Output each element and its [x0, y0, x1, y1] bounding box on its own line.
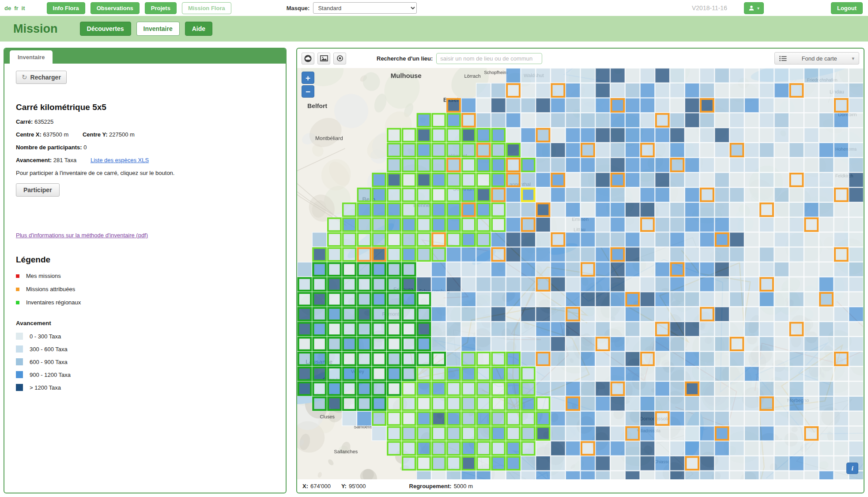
masque-group: Masque: Standard	[287, 2, 417, 14]
cloud-layer-button[interactable]	[302, 53, 314, 64]
progress-class-row: 600 - 900 Taxa	[16, 358, 274, 365]
participate-button[interactable]: Participer	[16, 183, 60, 197]
progress-swatch-2	[16, 345, 23, 353]
inventory-panel-header: Inventaire	[4, 49, 286, 64]
user-icon	[748, 5, 755, 11]
nav-projets-button[interactable]: Projets	[145, 2, 177, 14]
participants-value: 0	[83, 144, 87, 151]
reload-label: Recharger	[30, 74, 61, 81]
aerial-imagery-button[interactable]	[317, 53, 330, 64]
map-status-bar: X: 674'000 Y: 95'000 Regroupement: 5000 …	[297, 479, 864, 493]
legend-swatch-orange	[16, 288, 19, 291]
progress-value: 281 Taxa	[53, 157, 77, 163]
legend-item-my-missions: Mes missions	[16, 273, 274, 279]
locate-button[interactable]	[333, 53, 346, 64]
zoom-in-button[interactable]: +	[302, 72, 314, 84]
legend-item-assigned-missions: Missions attribuées	[16, 286, 274, 292]
inventory-panel: Inventaire ↻ Recharger Carré kilométriqu…	[4, 48, 287, 493]
map-view[interactable]: + − i	[297, 68, 864, 479]
status-regroup-label: Regroupement:	[409, 483, 452, 489]
square-id-label: Carré:	[16, 118, 33, 125]
progress-class-row: 900 - 1200 Taxa	[16, 371, 274, 378]
status-regroup-value: 5000 m	[454, 483, 473, 489]
lang-de[interactable]: de	[4, 5, 11, 11]
square-id-value: 635225	[34, 118, 53, 125]
place-search-input[interactable]	[436, 53, 542, 64]
reload-button[interactable]: ↻ Recharger	[16, 71, 67, 84]
inventory-panel-body: ↻ Recharger Carré kilométrique 5x5 Carré…	[4, 64, 286, 404]
reload-icon: ↻	[22, 73, 27, 81]
nav-observations-button[interactable]: Observations	[91, 2, 140, 14]
topbar: de fr it Info Flora Observations Projets…	[0, 0, 868, 16]
inventory-panel-tab[interactable]: Inventaire	[10, 50, 53, 64]
zoom-out-button[interactable]: −	[302, 85, 314, 98]
nav-mission-flora-button[interactable]: Mission Flora	[182, 2, 231, 14]
layers-list-icon	[779, 56, 787, 61]
version-label: V2018-11-16	[692, 4, 727, 11]
progress-legend-title: Avancement	[16, 320, 274, 326]
mission-bar: Mission Découvertes Inventaire Aide	[0, 16, 868, 42]
progress-class-label: > 1200 Taxa	[30, 384, 61, 391]
progress-class-label: 0 - 300 Taxa	[30, 333, 61, 340]
center-x-label: Centre X:	[16, 131, 42, 138]
map-zoom-control: + −	[302, 72, 314, 98]
center-y-label: Centre Y:	[83, 131, 108, 138]
map-toolbar: Recherche d'un lieu: Fond de carte ▾	[297, 49, 864, 68]
map-canvas[interactable]	[297, 68, 864, 479]
progress-class-label: 900 - 1200 Taxa	[30, 372, 71, 378]
square-id-row: Carré: 635225	[16, 118, 274, 125]
map-info-button[interactable]: i	[846, 463, 858, 474]
nav-info-flora-button[interactable]: Info Flora	[47, 2, 85, 14]
tab-aide[interactable]: Aide	[185, 22, 212, 36]
legend-label: Inventaires régionaux	[26, 299, 81, 306]
target-icon	[336, 55, 343, 62]
participants-row: Nombre de participants: 0	[16, 144, 274, 151]
cloud-icon	[304, 55, 312, 62]
status-y-label: Y:	[341, 483, 347, 489]
legend-swatch-red	[16, 274, 19, 278]
center-coords-row: Centre X: 637500 m Centre Y: 227500 m	[16, 131, 274, 138]
progress-class-row: 0 - 300 Taxa	[16, 333, 274, 340]
chevron-down-icon: ▾	[852, 56, 854, 61]
progress-class-label: 300 - 600 Taxa	[30, 346, 68, 353]
participate-hint: Pour participer à l'inventaire de ce car…	[16, 170, 274, 176]
progress-row: Avancement: 281 Taxa Liste des espèces X…	[16, 157, 274, 163]
image-icon	[320, 55, 328, 61]
tab-inventaire[interactable]: Inventaire	[136, 22, 180, 36]
user-menu-button[interactable]: ▾	[744, 2, 764, 14]
basemap-selector-button[interactable]: Fond de carte ▾	[774, 52, 859, 64]
place-search-label: Recherche d'un lieu:	[377, 55, 433, 62]
progress-class-label: 600 - 900 Taxa	[30, 359, 68, 365]
legend-label: Missions attribuées	[26, 286, 75, 292]
center-y-value: 227500 m	[109, 131, 135, 138]
progress-swatch-3	[16, 358, 23, 365]
chevron-down-icon: ▾	[757, 6, 759, 11]
legend-label: Mes missions	[26, 273, 61, 279]
masque-label: Masque:	[287, 5, 310, 11]
square-title: Carré kilométrique 5x5	[16, 102, 274, 112]
basemap-label: Fond de carte	[787, 55, 852, 62]
content: Inventaire ↻ Recharger Carré kilométriqu…	[0, 42, 868, 497]
legend-title: Légende	[16, 255, 274, 265]
masque-select[interactable]: Standard	[313, 2, 417, 14]
method-pdf-link[interactable]: Plus d'informations sur la méthode d'inv…	[16, 232, 148, 239]
center-x-value: 637500 m	[43, 131, 68, 138]
logout-button[interactable]: Logout	[831, 2, 863, 14]
progress-swatch-4	[16, 371, 23, 378]
status-x-value: 674'000	[310, 483, 331, 489]
lang-fr[interactable]: fr	[14, 5, 18, 11]
status-y-value: 95'000	[349, 483, 366, 489]
status-x-label: X:	[302, 483, 308, 489]
progress-swatch-1	[16, 333, 23, 340]
map-panel: Recherche d'un lieu: Fond de carte ▾ + −…	[296, 48, 864, 493]
lang-it[interactable]: it	[22, 5, 25, 11]
legend-swatch-green	[16, 301, 19, 304]
progress-swatch-5	[16, 384, 23, 391]
species-list-link[interactable]: Liste des espèces XLS	[91, 157, 149, 163]
participants-label: Nombre de participants:	[16, 144, 82, 151]
page-title: Mission	[13, 22, 58, 36]
legend-item-regional-inventories: Inventaires régionaux	[16, 299, 274, 306]
progress-class-row: 300 - 600 Taxa	[16, 345, 274, 353]
progress-class-row: > 1200 Taxa	[16, 384, 274, 391]
tab-decouvertes[interactable]: Découvertes	[80, 22, 131, 36]
